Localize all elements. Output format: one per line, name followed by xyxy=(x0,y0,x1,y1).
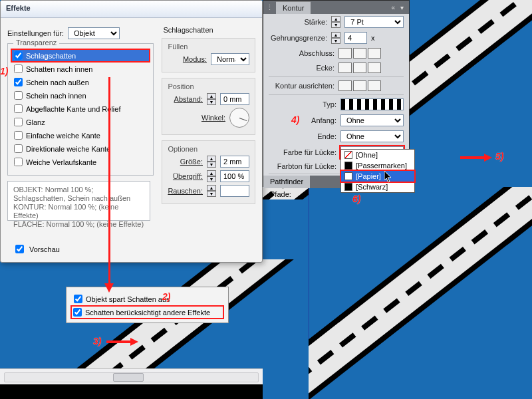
cursor-icon xyxy=(384,171,392,183)
settings-for-label: Einstellungen für: xyxy=(7,29,64,37)
type-select[interactable]: — xyxy=(340,98,404,110)
distance-input[interactable] xyxy=(220,93,249,105)
check-schlagschatten[interactable]: Schlagschatten xyxy=(12,50,149,61)
check-schein-innen-box[interactable] xyxy=(14,91,23,100)
size-label: Größe: xyxy=(180,158,203,166)
swatch-paper[interactable]: [Papier] xyxy=(341,171,414,182)
swatch-registration[interactable]: [Passermarken] xyxy=(341,160,414,171)
object-info-line1: OBJEKT: Normal 100 %; Schlagschatten, Sc… xyxy=(13,186,144,203)
weight-up[interactable]: ▲ xyxy=(331,16,340,22)
section-schlagschatten: Schlagschatten xyxy=(163,26,255,34)
object-info-line2: KONTUR: Normal 100 %; (keine Effekte) xyxy=(13,203,144,220)
gapcolor-dropdown[interactable]: [Ohne] [Passermarken] [Papier] [Schwarz] xyxy=(340,149,415,193)
distance-up[interactable]: ▲ xyxy=(207,93,216,99)
annotation-4: 4) xyxy=(291,114,299,125)
check-schatten-innen-box[interactable] xyxy=(14,65,23,73)
shadow-options-popup: Objekt spart Schatten aus Schatten berüc… xyxy=(66,287,229,323)
swatch-black-label: [Schwarz] xyxy=(356,183,388,191)
gapcolor-label: Farbe für Lücke: xyxy=(267,148,336,156)
miter-up[interactable]: ▲ xyxy=(331,32,340,38)
swatch-black-icon xyxy=(344,183,352,191)
check-verlaufskante[interactable]: Weiche Verlaufskante xyxy=(12,156,149,168)
panel-menu-icon[interactable]: « xyxy=(388,4,398,11)
callout-arrowhead-1-to-2 xyxy=(104,283,114,293)
position-header: Position xyxy=(168,82,249,90)
spread-up[interactable]: ▲ xyxy=(207,170,216,176)
check-direktionale-box[interactable] xyxy=(14,144,23,153)
panel-grip-icon[interactable]: ⋮ xyxy=(263,3,276,12)
cap-buttons[interactable] xyxy=(338,48,382,59)
check-glanz-box[interactable] xyxy=(14,118,23,126)
start-label: Anfang: xyxy=(267,116,336,124)
svg-rect-13 xyxy=(477,19,494,34)
weight-select[interactable]: 7 Pt xyxy=(344,16,404,28)
size-input[interactable] xyxy=(220,156,249,168)
transparency-legend: Transparenz xyxy=(13,39,59,47)
size-down[interactable]: ▼ xyxy=(207,162,216,168)
check-direktionale[interactable]: Direktionale weiche Kante xyxy=(12,143,149,154)
annotation-1: 1) xyxy=(0,66,8,76)
tab-kontur[interactable]: Kontur xyxy=(276,1,311,14)
svg-rect-10 xyxy=(412,70,428,85)
check-einfache-kante-box[interactable] xyxy=(14,131,23,140)
preview-label: Vorschau xyxy=(29,245,60,253)
scrollbar-thumb[interactable] xyxy=(113,373,144,382)
check-schatten-innen[interactable]: Schatten nach innen xyxy=(12,63,149,74)
weight-label: Stärke: xyxy=(263,18,327,26)
check-glanz[interactable]: Glanz xyxy=(12,116,149,128)
check-knockout-box[interactable] xyxy=(74,295,82,303)
check-schein-aussen[interactable]: Schein nach außen xyxy=(12,76,149,88)
spread-input[interactable] xyxy=(220,170,249,182)
end-select[interactable]: Ohne xyxy=(340,130,404,142)
noise-down[interactable]: ▼ xyxy=(207,191,216,197)
preview-checkbox[interactable] xyxy=(15,245,24,253)
check-schlagschatten-label: Schlagschatten xyxy=(26,52,76,60)
gaptint-label: Farbton für Lücke: xyxy=(267,162,336,170)
annotation-3: 3) xyxy=(93,336,101,346)
start-select[interactable]: Ohne xyxy=(340,114,404,126)
check-verlaufskante-box[interactable] xyxy=(14,158,23,166)
miter-input[interactable] xyxy=(344,32,367,44)
noise-up[interactable]: ▲ xyxy=(207,185,216,191)
swatch-registration-label: [Passermarken] xyxy=(356,162,407,170)
join-buttons[interactable] xyxy=(338,63,382,73)
check-schein-aussen-box[interactable] xyxy=(14,78,23,86)
check-schlagschatten-box[interactable] xyxy=(14,51,23,60)
check-abgeflachte-label: Abgeflachte Kante und Relief xyxy=(26,105,121,113)
pasteboard-edge xyxy=(0,384,263,399)
miter-down[interactable]: ▼ xyxy=(331,38,340,44)
swatch-paper-icon xyxy=(344,172,352,180)
options-header: Optionen xyxy=(168,145,249,153)
noise-input[interactable] xyxy=(220,185,249,197)
check-knockout[interactable]: Objekt spart Schatten aus xyxy=(72,293,223,305)
check-direktionale-label: Direktionale weiche Kante xyxy=(26,145,110,153)
tab-pathfinder[interactable]: Pathfinder xyxy=(263,176,310,188)
distance-down[interactable]: ▼ xyxy=(207,99,216,105)
options-group: Optionen Größe: ▲▼ Übergriff: ▲▼ Rausche… xyxy=(162,140,255,204)
end-label: Ende: xyxy=(267,132,336,140)
check-abgeflachte-box[interactable] xyxy=(14,104,23,113)
swatch-none[interactable]: [Ohne] xyxy=(341,150,414,160)
spread-down[interactable]: ▼ xyxy=(207,176,216,182)
callout-line-1-to-2 xyxy=(108,77,110,285)
align-label: Kontur ausrichten: xyxy=(265,82,334,90)
settings-for-select[interactable]: Objekt xyxy=(68,27,120,39)
check-einfache-kante[interactable]: Einfache weiche Kante xyxy=(12,130,149,141)
align-buttons[interactable] xyxy=(338,80,382,91)
check-honors-effects[interactable]: Schatten berücksichtigt andere Effekte xyxy=(72,307,223,318)
size-up[interactable]: ▲ xyxy=(207,156,216,162)
panel-flyout-icon[interactable]: ▾ xyxy=(398,4,406,11)
miter-label: Gehrungsgrenze: xyxy=(263,34,327,42)
horizontal-scrollbar[interactable] xyxy=(0,368,263,386)
position-group: Position Abstand: ▲▼ Winkel: xyxy=(162,78,255,135)
mode-select[interactable]: Normal xyxy=(211,53,249,65)
weight-down[interactable]: ▼ xyxy=(331,22,340,28)
swatch-black[interactable]: [Schwarz] xyxy=(341,182,414,192)
check-schein-innen[interactable]: Schein nach innen xyxy=(12,90,149,101)
swatch-paper-label: [Papier] xyxy=(356,172,381,180)
annotation-5: 5) xyxy=(495,151,503,162)
check-honors-box[interactable] xyxy=(73,308,82,317)
angle-dial[interactable] xyxy=(229,108,249,128)
check-abgeflachte[interactable]: Abgeflachte Kante und Relief xyxy=(12,103,149,114)
check-glanz-label: Glanz xyxy=(26,118,45,126)
